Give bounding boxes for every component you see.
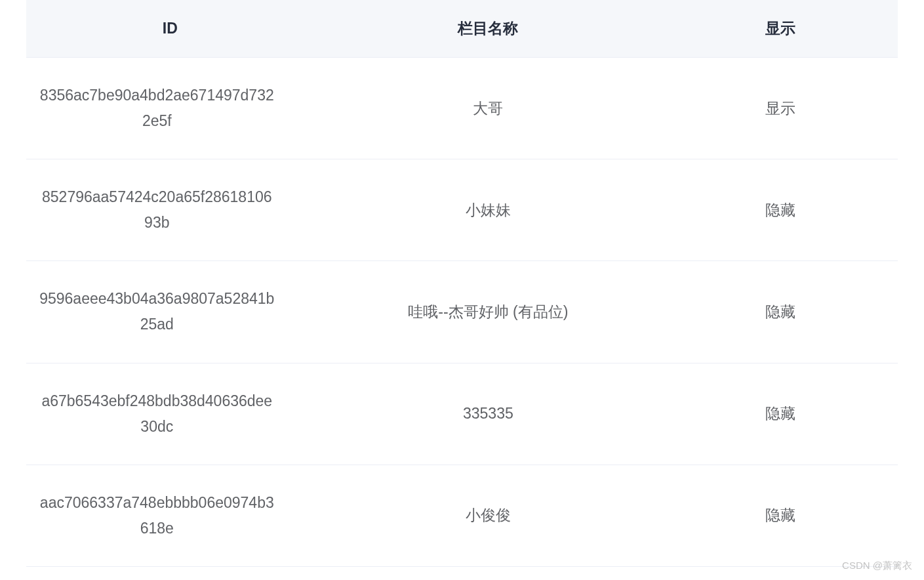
cell-name: 小俊俊: [314, 465, 663, 566]
cell-display: 隐藏: [662, 261, 898, 363]
header-display: 显示: [662, 0, 898, 58]
cell-display: 隐藏: [662, 465, 898, 566]
cell-display: 显示: [662, 58, 898, 159]
cell-id: 8356ac7be90a4bd2ae671497d7322e5f: [26, 58, 314, 159]
table-row: 8356ac7be90a4bd2ae671497d7322e5f 大哥 显示: [26, 58, 898, 159]
cell-id: 852796aa57424c20a65f2861810693b: [26, 159, 314, 261]
table-header-row: ID 栏目名称 显示: [26, 0, 898, 58]
cell-id: aac7066337a748ebbbb06e0974b3618e: [26, 465, 314, 566]
cell-display: 隐藏: [662, 363, 898, 465]
cell-display: 隐藏: [662, 159, 898, 261]
cell-id: 9596aeee43b04a36a9807a52841b25ad: [26, 261, 314, 363]
table-row: 852796aa57424c20a65f2861810693b 小妹妹 隐藏: [26, 159, 898, 261]
header-id: ID: [26, 0, 314, 58]
table-row: aac7066337a748ebbbb06e0974b3618e 小俊俊 隐藏: [26, 465, 898, 566]
cell-id: a67b6543ebf248bdb38d40636dee30dc: [26, 363, 314, 465]
cell-name: 哇哦--杰哥好帅 (有品位): [314, 261, 663, 363]
cell-name: 大哥: [314, 58, 663, 159]
table-row: 9596aeee43b04a36a9807a52841b25ad 哇哦--杰哥好…: [26, 261, 898, 363]
cell-name: 小妹妹: [314, 159, 663, 261]
header-name: 栏目名称: [314, 0, 663, 58]
cell-name: 335335: [314, 363, 663, 465]
table-row: a67b6543ebf248bdb38d40636dee30dc 335335 …: [26, 363, 898, 465]
data-table: ID 栏目名称 显示 8356ac7be90a4bd2ae671497d7322…: [26, 0, 898, 567]
